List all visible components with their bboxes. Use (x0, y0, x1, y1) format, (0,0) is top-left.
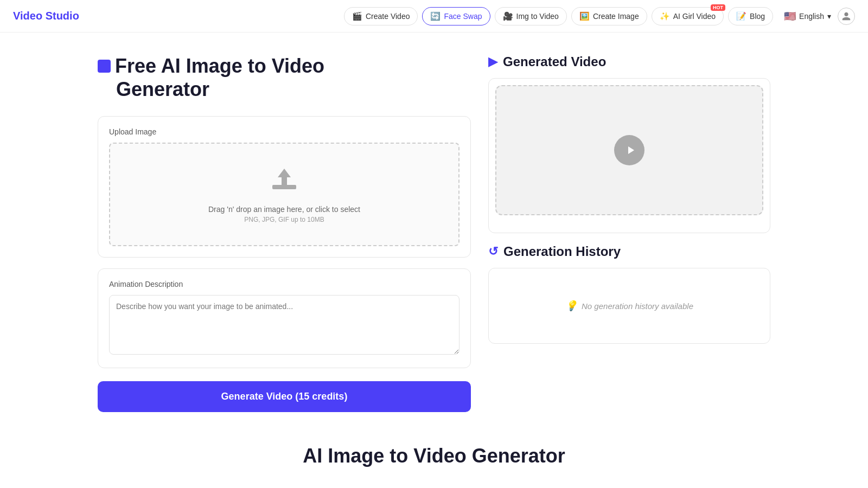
logo[interactable]: Video Studio (13, 10, 79, 22)
nav-blog[interactable]: 📝 Blog (728, 7, 773, 25)
user-avatar[interactable] (838, 8, 855, 25)
play-title-icon: ▶ (488, 55, 497, 69)
create-image-icon: 🖼️ (579, 11, 590, 21)
generated-video-title: ▶ Generated Video (488, 54, 770, 69)
language-selector[interactable]: 🇺🇸 English ▾ (784, 10, 831, 22)
nav-label-blog: Blog (750, 12, 765, 21)
bottom-section: AI Image to Video Generator (0, 434, 868, 488)
upload-file-types: PNG, JPG, GIF up to 10MB (244, 216, 324, 223)
history-section-title: ↺ Generation History (488, 244, 770, 259)
nav-buttons: 🎬 Create Video 🔄 Face Swap 🎥 Img to Vide… (344, 7, 773, 25)
language-label: English (799, 12, 824, 21)
nav-label-ai-girl-video: AI Girl Video (673, 12, 716, 21)
hot-badge: HOT (711, 4, 725, 11)
flag-icon: 🇺🇸 (784, 10, 796, 22)
svg-rect-0 (272, 185, 296, 189)
history-icon: ↺ (488, 245, 498, 259)
page-title: Free AI Image to Video Generator (98, 54, 471, 101)
chevron-down-icon: ▾ (827, 12, 831, 21)
nav-create-video[interactable]: 🎬 Create Video (344, 7, 418, 25)
upload-card: Upload Image Drag 'n' drop an image here… (98, 116, 471, 258)
nav-img-to-video[interactable]: 🎥 Img to Video (495, 7, 567, 25)
right-panel: ▶ Generated Video ↺ Generation History 💡… (488, 54, 770, 412)
upload-icon (270, 165, 298, 198)
nav-label-create-image: Create Image (593, 12, 639, 21)
left-panel: Free AI Image to Video Generator Upload … (98, 54, 471, 412)
face-swap-icon: 🔄 (430, 11, 441, 21)
upload-dropzone[interactable]: Drag 'n' drop an image here, or click to… (109, 143, 459, 246)
animation-textarea[interactable] (109, 295, 459, 355)
upload-drag-text: Drag 'n' drop an image here, or click to… (208, 205, 360, 214)
nav-label-create-video: Create Video (366, 12, 410, 21)
bulb-icon: 💡 (565, 300, 577, 312)
animation-card: Animation Description (98, 268, 471, 368)
upload-label: Upload Image (109, 127, 459, 136)
nav-face-swap[interactable]: 🔄 Face Swap (422, 7, 490, 25)
header: Video Studio 🎬 Create Video 🔄 Face Swap … (0, 0, 868, 33)
nav-create-image[interactable]: 🖼️ Create Image (571, 7, 647, 25)
title-video-icon (98, 60, 111, 73)
bottom-title: AI Image to Video Generator (43, 445, 825, 467)
animation-label: Animation Description (109, 280, 459, 288)
create-video-icon: 🎬 (352, 11, 362, 21)
video-player-card (488, 78, 770, 233)
nav-label-face-swap: Face Swap (444, 12, 482, 21)
nav-label-img-to-video: Img to Video (516, 12, 559, 21)
video-player[interactable] (495, 85, 763, 215)
ai-girl-video-icon: ✨ (660, 11, 670, 21)
main-content: Free AI Image to Video Generator Upload … (54, 33, 814, 434)
blog-icon: 📝 (736, 11, 746, 21)
img-to-video-icon: 🎥 (503, 11, 513, 21)
svg-marker-1 (278, 169, 291, 185)
no-history-message: 💡 No generation history available (565, 300, 693, 312)
history-card: 💡 No generation history available (488, 268, 770, 344)
generate-button[interactable]: Generate Video (15 credits) (98, 381, 471, 412)
video-play-button[interactable] (614, 135, 644, 165)
nav-ai-girl-video[interactable]: ✨ AI Girl Video HOT (652, 7, 724, 25)
